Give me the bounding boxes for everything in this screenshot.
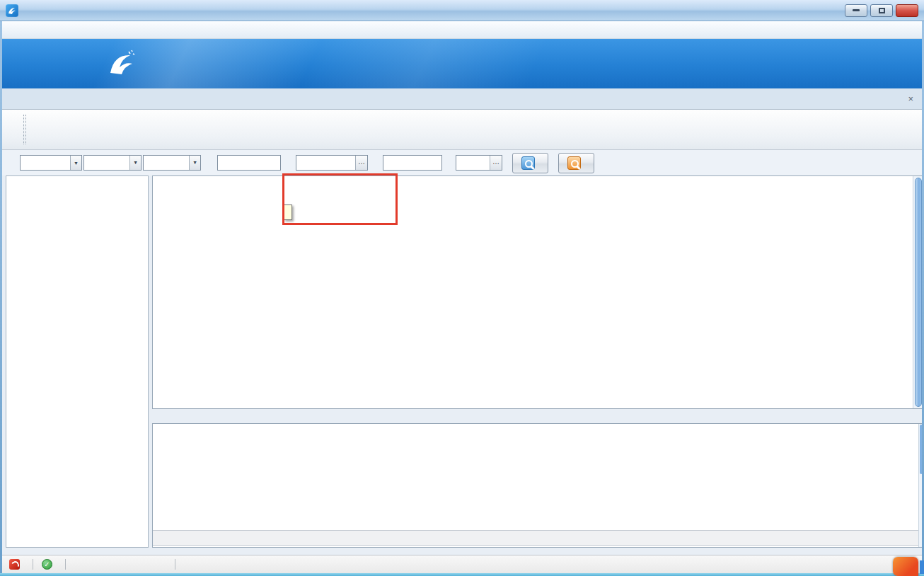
chevron-down-icon[interactable] [70,156,81,170]
title-bar [0,0,924,21]
toolbar-grip[interactable] [23,115,26,144]
sidebar-tree-panel [6,175,149,548]
minimize-button[interactable] [845,4,867,17]
customer-input[interactable] [296,156,355,170]
statusbar-divider [65,559,66,570]
menu-bar [2,21,922,39]
grid-header [153,176,923,193]
banner [2,39,922,88]
maximize-icon [879,8,885,13]
doc-no-input[interactable] [217,155,281,171]
toolbar [2,110,922,150]
ime-badge[interactable] [893,557,918,576]
mark-column-tooltip [284,205,292,220]
search-icon [521,156,535,170]
close-tab-icon[interactable] [908,93,913,104]
minimize-icon [853,9,860,11]
chevron-down-icon[interactable] [129,156,141,170]
salesman-input[interactable] [456,156,490,170]
order-input[interactable] [383,155,442,171]
ime-toolbar-fragment [920,560,924,574]
app-logo-icon [6,4,18,17]
customer-input-group [296,155,368,171]
maximize-button[interactable] [870,4,893,17]
statusbar-divider [33,559,33,570]
search-button[interactable] [512,153,548,173]
detail-header [153,424,923,441]
brand-bird-icon [105,47,137,80]
ellipsis-picker-icon[interactable] [355,156,367,170]
detail-label-band [152,409,924,423]
detail-grid [152,423,924,548]
status-bar [2,555,922,573]
advanced-search-button[interactable] [558,153,594,173]
advanced-search-icon [567,156,581,170]
connection-ok-icon [42,559,52,570]
orders-grid [152,175,924,409]
close-button[interactable] [896,4,918,17]
app-center-icon [9,559,20,570]
tab-bar [2,88,922,110]
date-to-select[interactable] [143,155,201,171]
ellipsis-picker-icon[interactable] [490,156,502,170]
filter-bar [2,150,922,175]
statusbar-divider [175,559,175,570]
brand-logo [105,47,156,80]
app-root: { "window": { "title": "信管飞送货单软件 V9.2.40… [0,0,924,576]
chevron-down-icon[interactable] [189,156,200,170]
window-controls [845,4,918,17]
date-from-select[interactable] [83,155,142,171]
date-range-select[interactable] [20,155,82,171]
detail-summary [153,530,918,546]
salesman-input-group [456,155,502,171]
window-border-left [0,21,2,573]
window-border-bottom [0,573,924,576]
scrollbar-thumb[interactable] [915,178,922,407]
